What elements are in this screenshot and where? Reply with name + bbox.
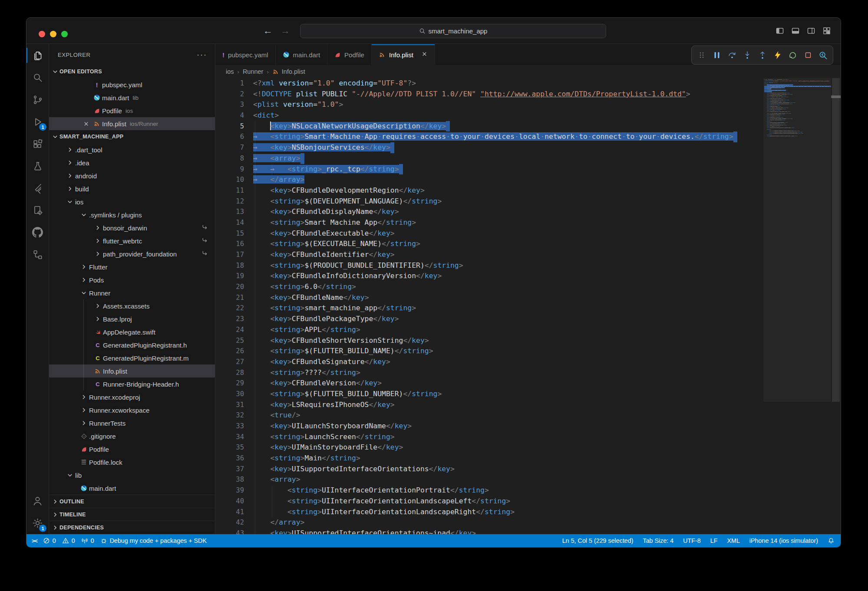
open-editor-item[interactable]: main.dart lib	[49, 91, 215, 104]
activity-extensions[interactable]	[26, 133, 49, 155]
code-line[interactable]: 29 <key>CFBundleVersion</key>	[215, 378, 763, 389]
code-line[interactable]: 5 <key>NSLocalNetworkUsageDescription</k…	[215, 121, 763, 132]
code-line[interactable]: 6→ <string>Smart·Machine·App·requires·ac…	[215, 131, 763, 142]
sidebar-section-timeline[interactable]: TIMELINE	[49, 508, 215, 521]
debug-pause-button[interactable]	[710, 47, 724, 63]
tree-item[interactable]: .idea	[49, 156, 215, 169]
forward-arrow-icon[interactable]: →	[281, 25, 290, 36]
activity-source-control[interactable]	[26, 89, 49, 111]
code-line[interactable]: 1<?xml version="1.0" encoding="UTF-8"?>	[215, 78, 763, 89]
sidebar-section-outline[interactable]: OUTLINE	[49, 495, 215, 508]
code-line[interactable]: 22 <string>smart_machine_app</string>	[215, 303, 763, 314]
debug-step-over-button[interactable]	[725, 47, 739, 63]
code-line[interactable]: 16 <string>$(EXECUTABLE_NAME)</string>	[215, 239, 763, 250]
tab-podfile[interactable]: Podfile	[327, 44, 372, 65]
code-line[interactable]: 8→ <array>	[215, 153, 763, 164]
code-line[interactable]: 35 <key>UIMainStoryboardFile</key>	[215, 442, 763, 453]
code-line[interactable]: 20 <string>6.0</string>	[215, 282, 763, 292]
close-icon[interactable]	[421, 51, 428, 57]
activity-files[interactable]	[26, 44, 49, 66]
code-line[interactable]: 11 <key>CFBundleDevelopmentRegion</key>	[215, 185, 763, 196]
code-line[interactable]: 2<!DOCTYPE plist PUBLIC "-//Apple//DTD P…	[215, 89, 763, 100]
code-line[interactable]: 43 <key>UISupportedInterfaceOrientations…	[215, 528, 763, 534]
code-line[interactable]: 42 </array>	[215, 517, 763, 528]
code-line[interactable]: 7→ <key>NSBonjourServices</key>	[215, 142, 763, 153]
debug-restart-button[interactable]	[785, 47, 800, 63]
debug-grip-button[interactable]	[694, 47, 709, 63]
code-line[interactable]: 14 <string>Smart Machine App</string>	[215, 217, 763, 228]
code-line[interactable]: 24 <string>APPL</string>	[215, 325, 763, 335]
code-line[interactable]: 37 <key>UISupportedInterfaceOrientations…	[215, 464, 763, 475]
status-encoding[interactable]: UTF-8	[683, 537, 701, 544]
layout-sidebar-left-icon[interactable]	[776, 26, 784, 35]
status-warnings[interactable]: 0	[62, 537, 75, 544]
tree-item[interactable]: AppDelegate.swift	[49, 325, 215, 338]
tree-item[interactable]: bonsoir_darwin	[49, 221, 215, 234]
code-line[interactable]: 23 <key>CFBundlePackageType</key>	[215, 314, 763, 325]
code-line[interactable]: 39 <string>UIInterfaceOrientationPortrai…	[215, 485, 763, 496]
tree-item[interactable]: ios	[49, 195, 215, 208]
activity-search[interactable]	[26, 66, 49, 89]
tree-item[interactable]: Pods	[49, 273, 215, 286]
breadcrumb-item[interactable]: ios	[226, 68, 234, 75]
tree-item[interactable]: Runner.xcodeproj	[49, 391, 215, 404]
tree-item[interactable]: lib	[49, 469, 215, 482]
code-line[interactable]: 27 <key>CFBundleSignature</key>	[215, 357, 763, 368]
open-editor-item[interactable]: Podfile ios	[49, 104, 215, 117]
status-notifications[interactable]	[828, 537, 835, 544]
tree-item[interactable]: main.dart	[49, 482, 215, 495]
activity-run-debug[interactable]: 1	[26, 111, 49, 133]
breadcrumb-item[interactable]: Runner	[243, 68, 264, 75]
minimap[interactable]: <?xml version="1.0" encoding="UTF-8"?><!…	[763, 78, 831, 534]
debug-stop-button[interactable]	[801, 47, 815, 63]
code-line[interactable]: 26 <string>$(FLUTTER_BUILD_NAME)</string…	[215, 346, 763, 357]
tree-item[interactable]: Assets.xcassets	[49, 299, 215, 312]
tree-item[interactable]: Runner.xcworkspace	[49, 404, 215, 417]
code-line[interactable]: 33 <key>UILaunchStoryboardName</key>	[215, 421, 763, 432]
debug-step-into-button[interactable]	[740, 47, 754, 63]
tree-item[interactable]: path_provider_foundation	[49, 247, 215, 260]
tree-item[interactable]: Runner	[49, 286, 215, 299]
close-icon[interactable]	[83, 121, 89, 127]
sidebar-section-dependencies[interactable]: DEPENDENCIES	[49, 521, 215, 534]
back-arrow-icon[interactable]: ←	[263, 25, 273, 36]
debug-step-out-button[interactable]	[755, 47, 769, 63]
tree-item[interactable]: C GeneratedPluginRegistrant.m	[49, 351, 215, 364]
open-editor-item[interactable]: Info.plist ios/Runner	[49, 117, 215, 130]
zoom-window-button[interactable]	[61, 31, 68, 37]
code-line[interactable]: 3<plist version="1.0">	[215, 99, 763, 110]
code-line[interactable]: 10→ </array>	[215, 174, 763, 185]
code-line[interactable]: 12 <string>$(DEVELOPMENT_LANGUAGE)</stri…	[215, 196, 763, 207]
tree-item[interactable]: C GeneratedPluginRegistrant.h	[49, 338, 215, 351]
code-line[interactable]: 18 <string>$(PRODUCT_BUNDLE_IDENTIFIER)<…	[215, 260, 763, 271]
tree-item[interactable]: android	[49, 169, 215, 182]
breadcrumb-item[interactable]: Info.plist	[272, 68, 305, 75]
status-remote-indicator[interactable]: ><	[32, 538, 37, 544]
code-line[interactable]: 17 <key>CFBundleIdentifier</key>	[215, 250, 763, 260]
code-line[interactable]: 41 <string>UIInterfaceOrientationLandsca…	[215, 507, 763, 518]
tree-item[interactable]: C Runner-Bridging-Header.h	[49, 378, 215, 391]
code-line[interactable]: 32 <true/>	[215, 410, 763, 421]
layout-grid-icon[interactable]	[822, 26, 831, 35]
activity-settings-gear[interactable]: 1	[26, 512, 49, 534]
tree-item[interactable]: .symlinks / plugins	[49, 208, 215, 221]
code-line[interactable]: 38 <array>	[215, 474, 763, 485]
layout-panel-icon[interactable]	[791, 26, 800, 35]
activity-testing[interactable]	[26, 155, 49, 177]
code-line[interactable]: 40 <string>UIInterfaceOrientationLandsca…	[215, 496, 763, 507]
layout-sidebar-right-icon[interactable]	[807, 26, 815, 35]
status-ports[interactable]: 0	[81, 537, 94, 544]
tree-item[interactable]: .dart_tool	[49, 143, 215, 156]
tab-pubspec-yaml[interactable]: !pubspec.yaml	[215, 44, 276, 65]
activity-account[interactable]	[26, 490, 49, 512]
code-line[interactable]: 21 <key>CFBundleName</key>	[215, 292, 763, 303]
tree-item[interactable]: .gitignore	[49, 430, 215, 443]
code-line[interactable]: 28 <string>????</string>	[215, 368, 763, 378]
tree-item[interactable]: RunnerTests	[49, 417, 215, 430]
code-line[interactable]: 4<dict>	[215, 110, 763, 121]
code-line[interactable]: 36 <string>Main</string>	[215, 453, 763, 464]
tree-item[interactable]: flutter_webrtc	[49, 234, 215, 247]
ellipsis-icon[interactable]: ···	[197, 50, 207, 59]
tree-item[interactable]: Flutter	[49, 260, 215, 273]
activity-hierarchy[interactable]	[26, 243, 49, 266]
